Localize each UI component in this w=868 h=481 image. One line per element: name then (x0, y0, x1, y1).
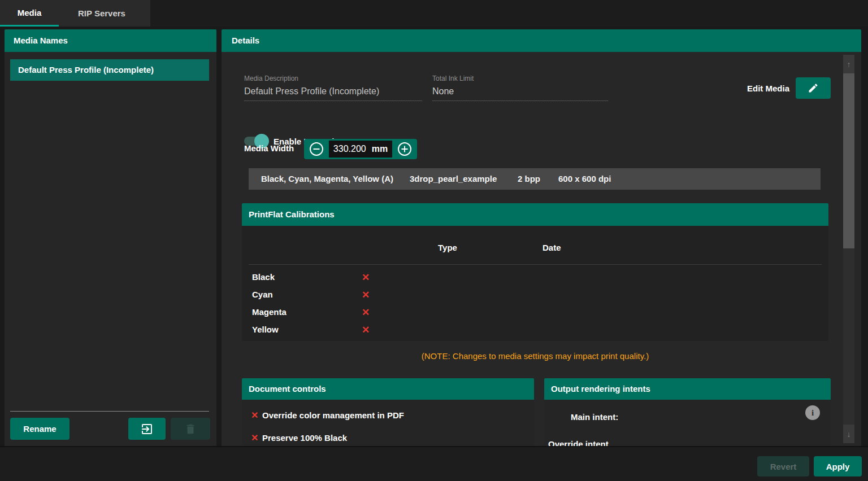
tabs-strip: Media RIP Servers (0, 0, 150, 27)
scrollbar-thumb[interactable] (843, 73, 854, 248)
total-ink-limit-value[interactable]: None (432, 86, 608, 101)
media-description-label: Media Description (244, 75, 422, 82)
info-icon[interactable]: i (805, 405, 820, 420)
media-names-panel: Media Names Default Press Profile (Incom… (5, 29, 216, 446)
scroll-up-icon: ↑ (847, 60, 851, 69)
disabled-setting-icon: ✕ (251, 410, 258, 421)
media-description-field[interactable]: Media Description Default Press Profile … (244, 75, 422, 101)
bottom-action-bar: Revert Apply (0, 446, 868, 481)
scroll-up-button[interactable]: ↑ (843, 55, 854, 73)
import-icon (140, 422, 154, 436)
calibration-row-name: Magenta (252, 307, 287, 317)
media-width-decrease-button[interactable] (304, 139, 329, 159)
plus-circle-icon (397, 142, 412, 156)
tab-rip-servers-label: RIP Servers (78, 8, 125, 18)
output-rendering-intents-header: Output rendering intents (544, 378, 831, 400)
media-names-header: Media Names (5, 29, 216, 52)
details-panel: Details Media Description Default Press … (222, 29, 861, 446)
document-control-item: Preserve 100% Black (262, 433, 347, 443)
scroll-down-icon: ↓ (847, 430, 851, 439)
media-width-input[interactable]: 330.200 mm (329, 141, 392, 158)
edit-media-label: Edit Media (705, 84, 789, 93)
trash-icon (184, 423, 197, 435)
media-width-label: Media Width (244, 143, 294, 153)
document-controls-panel: Document controls ✕ Override color manag… (242, 378, 534, 446)
apply-button[interactable]: Apply (814, 456, 862, 476)
rename-button[interactable]: Rename (10, 418, 70, 440)
media-description-value[interactable]: Default Press Profile (Incomplete) (244, 86, 422, 101)
pencil-icon (808, 82, 819, 94)
total-ink-limit-field[interactable]: Total Ink Limit None (432, 75, 608, 101)
media-settings-note: (NOTE: Changes to media settings may imp… (242, 351, 828, 361)
minus-circle-icon (309, 142, 324, 156)
media-list-item-selected[interactable]: Default Press Profile (Incomplete) (10, 59, 209, 81)
tab-media[interactable]: Media (0, 0, 59, 27)
import-media-button[interactable] (128, 418, 166, 440)
channel-bpp: 2 bpp (518, 168, 540, 190)
channel-colorants: Black, Cyan, Magenta, Yellow (A) (261, 168, 393, 190)
calibration-row-name: Black (252, 272, 275, 282)
media-width-stepper: 330.200 mm (304, 139, 417, 159)
edit-media-button[interactable] (796, 77, 831, 99)
media-width-increase-button[interactable] (392, 139, 417, 159)
calibration-row-name: Cyan (252, 290, 273, 299)
missing-calibration-icon: ✕ (362, 307, 370, 318)
disabled-setting-icon: ✕ (251, 432, 258, 443)
left-panel-divider (10, 411, 209, 412)
override-intent-label: Override intent (548, 439, 609, 446)
missing-calibration-icon: ✕ (362, 324, 370, 336)
total-ink-limit-label: Total Ink Limit (432, 75, 608, 82)
details-content: Media Description Default Press Profile … (222, 52, 861, 446)
document-control-item: Override color management in PDF (262, 410, 404, 420)
main-intent-label: Main intent: (571, 412, 618, 422)
missing-calibration-icon: ✕ (362, 272, 370, 283)
media-width-unit: mm (372, 144, 388, 154)
output-rendering-intents-panel: Output rendering intents Main intent: i … (544, 378, 831, 446)
printflat-calibrations-header: PrintFlat Calibrations (242, 203, 828, 226)
media-width-value: 330.200 (333, 144, 366, 154)
details-scrollbar[interactable]: ↑ ↓ (843, 55, 854, 443)
calibration-col-date: Date (542, 243, 561, 252)
channel-summary-row[interactable]: Black, Cyan, Magenta, Yellow (A) 3drop_p… (249, 168, 821, 190)
top-tab-bar: Media RIP Servers (0, 0, 868, 27)
missing-calibration-icon: ✕ (362, 289, 370, 301)
delete-media-button[interactable] (171, 418, 210, 440)
revert-button[interactable]: Revert (757, 456, 809, 476)
scroll-down-button[interactable]: ↓ (843, 425, 854, 443)
channel-resolution: 600 x 600 dpi (558, 168, 611, 190)
calibration-row-name: Yellow (252, 325, 279, 334)
document-controls-header: Document controls (242, 378, 534, 400)
details-header: Details (222, 29, 861, 52)
calibration-table-divider (249, 264, 822, 265)
channel-screen: 3drop_pearl_example (410, 168, 497, 190)
tab-media-label: Media (18, 8, 42, 18)
printflat-calibrations-panel: PrintFlat Calibrations Type Date Black ✕… (242, 203, 828, 341)
calibration-col-type: Type (438, 243, 457, 252)
tab-rip-servers[interactable]: RIP Servers (59, 0, 145, 27)
